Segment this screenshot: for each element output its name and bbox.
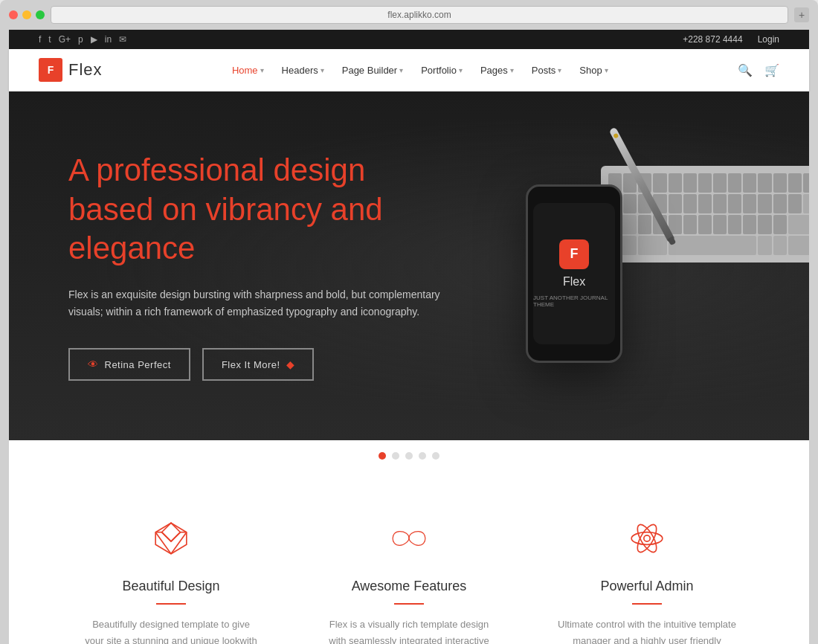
slide-dot-5[interactable] <box>432 452 439 460</box>
browser-window: flex.aplikko.com + f t G+ p ▶ in ✉ +228 … <box>0 0 818 644</box>
browser-toolbar: flex.aplikko.com + <box>9 6 809 24</box>
twitter-icon[interactable]: t <box>48 34 51 45</box>
slide-dot-1[interactable] <box>379 452 386 460</box>
phone-logo-icon: F <box>559 239 589 269</box>
nav-icons: 🔍 🛒 <box>738 63 779 77</box>
feature-underline-2 <box>394 603 424 605</box>
traffic-lights <box>9 10 45 19</box>
svg-line-6 <box>155 532 171 554</box>
svg-point-8 <box>644 535 650 541</box>
hero-description: Flex is an exquisite design bursting wit… <box>68 286 455 322</box>
maximize-button[interactable] <box>36 10 45 19</box>
nav-portfolio[interactable]: Portfolio ▾ <box>421 65 463 76</box>
infinity-feature-icon <box>387 516 431 561</box>
logo-text: Flex <box>68 60 103 80</box>
logo[interactable]: F Flex <box>39 58 103 82</box>
chevron-down-icon: ▾ <box>399 66 403 74</box>
chevron-down-icon: ▾ <box>260 66 264 74</box>
youtube-icon[interactable]: ▶ <box>91 34 97 45</box>
retina-perfect-button[interactable]: 👁 Retina Perfect <box>68 348 190 381</box>
hero-buttons: 👁 Retina Perfect Flex It More! ◆ <box>68 348 455 381</box>
feature-title-3: Powerful Admin <box>558 579 736 594</box>
chevron-down-icon: ▾ <box>558 66 561 74</box>
slider-dots <box>9 440 809 471</box>
phone-number: +228 872 4444 <box>683 34 742 45</box>
close-button[interactable] <box>9 10 18 19</box>
phone-screen: F Flex JUST ANOTHER JOURNAL THEME <box>533 203 615 344</box>
top-bar: f t G+ p ▶ in ✉ +228 872 4444 Login <box>9 30 809 49</box>
navbar: F Flex Home ▾ Headers ▾ Page Builder ▾ P… <box>9 49 809 91</box>
atom-feature-icon <box>625 516 669 561</box>
top-bar-right: +228 872 4444 Login <box>683 34 779 45</box>
nav-links: Home ▾ Headers ▾ Page Builder ▾ Portfoli… <box>232 65 608 76</box>
feature-underline-3 <box>632 603 662 605</box>
diamond-feature-icon <box>149 516 193 561</box>
chevron-down-icon: ▾ <box>321 66 324 74</box>
facebook-icon[interactable]: f <box>39 34 41 45</box>
nav-pages[interactable]: Pages ▾ <box>480 65 514 76</box>
email-icon[interactable]: ✉ <box>119 34 126 45</box>
diamond-icon: ◆ <box>286 358 295 370</box>
chevron-down-icon: ▾ <box>510 66 514 74</box>
feature-desc-2: Flex is a visually rich template design … <box>320 616 498 644</box>
feature-beautiful-design: Beautiful Design Beautifully designed te… <box>52 516 290 644</box>
hero-content: A professional design based on vibrancy … <box>68 151 455 381</box>
slide-dot-4[interactable] <box>419 452 426 460</box>
svg-line-7 <box>171 532 187 554</box>
nav-shop[interactable]: Shop ▾ <box>579 65 608 76</box>
social-icons: f t G+ p ▶ in ✉ <box>39 34 126 45</box>
googleplus-icon[interactable]: G+ <box>59 34 71 45</box>
search-icon[interactable]: 🔍 <box>738 63 753 77</box>
phone-mockup: F Flex JUST ANOTHER JOURNAL THEME <box>526 184 622 363</box>
hero-title: A professional design based on vibrancy … <box>68 151 455 268</box>
feature-title-2: Awesome Features <box>320 579 498 594</box>
phone-logo-text: Flex <box>563 275 585 289</box>
svg-line-5 <box>171 532 181 542</box>
feature-desc-3: Ultimate control with the intuitive temp… <box>558 616 736 644</box>
nav-page-builder[interactable]: Page Builder ▾ <box>342 65 403 76</box>
chevron-down-icon: ▾ <box>459 66 463 74</box>
browser-content: f t G+ p ▶ in ✉ +228 872 4444 Login F Fl… <box>9 30 809 644</box>
new-tab-button[interactable]: + <box>794 7 809 22</box>
eye-icon: 👁 <box>88 358 99 370</box>
cart-icon[interactable]: 🛒 <box>764 63 779 77</box>
svg-marker-1 <box>162 523 181 541</box>
feature-title-1: Beautiful Design <box>82 579 260 594</box>
address-bar[interactable]: flex.aplikko.com <box>51 6 788 24</box>
nav-posts[interactable]: Posts ▾ <box>532 65 562 76</box>
minimize-button[interactable] <box>22 10 31 19</box>
feature-desc-1: Beautifully designed template to give yo… <box>82 616 260 644</box>
features-section: Beautiful Design Beautifully designed te… <box>9 471 809 644</box>
pinterest-icon[interactable]: p <box>78 34 83 45</box>
svg-line-4 <box>162 532 172 542</box>
login-link[interactable]: Login <box>758 34 779 45</box>
logo-icon: F <box>39 58 62 82</box>
nav-headers[interactable]: Headers ▾ <box>282 65 324 76</box>
slide-dot-3[interactable] <box>405 452 413 460</box>
svg-point-9 <box>631 532 663 545</box>
nav-home[interactable]: Home ▾ <box>232 65 264 76</box>
linkedin-icon[interactable]: in <box>105 34 112 45</box>
feature-awesome-features: Awesome Features Flex is a visually rich… <box>290 516 528 644</box>
feature-powerful-admin: Powerful Admin Ultimate control with the… <box>528 516 766 644</box>
flex-it-more-button[interactable]: Flex It More! ◆ <box>202 348 314 381</box>
laptop-keyboard <box>601 166 809 263</box>
chevron-down-icon: ▾ <box>605 66 608 74</box>
slide-dot-2[interactable] <box>392 452 399 460</box>
hero-section: F Flex JUST ANOTHER JOURNAL THEME A prof… <box>9 91 809 440</box>
feature-underline-1 <box>156 603 186 605</box>
phone-subtitle: JUST ANOTHER JOURNAL THEME <box>533 294 615 308</box>
